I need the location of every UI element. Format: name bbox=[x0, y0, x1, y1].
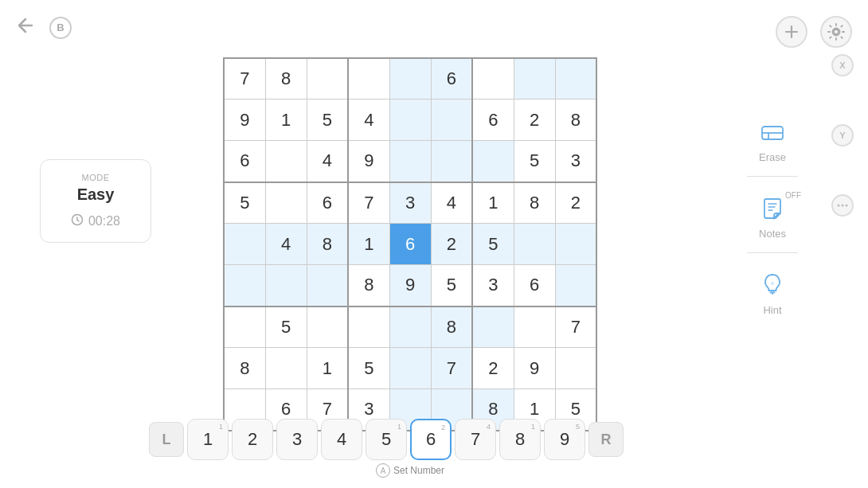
grid-cell[interactable]: 6 bbox=[514, 265, 555, 306]
grid-cell[interactable] bbox=[389, 100, 431, 141]
grid-cell[interactable]: 8 bbox=[555, 100, 596, 141]
grid-cell[interactable] bbox=[389, 141, 431, 182]
grid-cell[interactable]: 9 bbox=[389, 265, 431, 306]
grid-cell[interactable] bbox=[472, 141, 514, 182]
grid-cell[interactable]: 9 bbox=[224, 100, 265, 141]
back-button[interactable] bbox=[16, 16, 40, 39]
sudoku-grid: 7869154628649535673418248162589536587815… bbox=[223, 57, 597, 431]
grid-cell[interactable]: 4 bbox=[307, 141, 348, 182]
grid-cell[interactable] bbox=[224, 306, 265, 348]
grid-cell[interactable] bbox=[472, 58, 514, 100]
grid-cell[interactable] bbox=[265, 141, 307, 182]
grid-cell[interactable] bbox=[514, 58, 555, 100]
numpad-digit-4[interactable]: 4 bbox=[321, 419, 362, 460]
numpad-right-button[interactable]: R bbox=[588, 422, 624, 457]
grid-cell[interactable]: 7 bbox=[348, 182, 389, 224]
grid-cell[interactable] bbox=[265, 265, 307, 306]
notes-tool[interactable]: OFF Notes bbox=[741, 180, 804, 249]
hint-tool[interactable]: Hint bbox=[741, 256, 804, 326]
numpad: L112341526471859R bbox=[149, 419, 624, 460]
grid-cell[interactable]: 2 bbox=[555, 182, 596, 224]
grid-cell[interactable]: 6 bbox=[389, 224, 431, 265]
grid-cell[interactable]: 5 bbox=[307, 100, 348, 141]
grid-cell[interactable]: 2 bbox=[514, 100, 555, 141]
grid-cell[interactable] bbox=[431, 141, 472, 182]
x-controller-button[interactable]: X bbox=[831, 54, 854, 76]
grid-cell[interactable] bbox=[389, 306, 431, 348]
svg-point-7 bbox=[842, 205, 844, 207]
dots-controller-button[interactable] bbox=[831, 194, 854, 217]
grid-cell[interactable]: 5 bbox=[514, 141, 555, 182]
erase-tool[interactable]: Erase bbox=[741, 103, 804, 173]
numpad-digit-5[interactable]: 15 bbox=[366, 419, 407, 460]
grid-cell[interactable]: 6 bbox=[307, 182, 348, 224]
grid-cell[interactable]: 8 bbox=[307, 224, 348, 265]
grid-cell[interactable]: 9 bbox=[348, 141, 389, 182]
numpad-digit-6[interactable]: 26 bbox=[410, 419, 452, 460]
mode-label: MODE bbox=[53, 173, 138, 182]
grid-cell[interactable]: 2 bbox=[472, 348, 514, 389]
grid-cell[interactable]: 5 bbox=[431, 265, 472, 306]
grid-cell[interactable]: 6 bbox=[431, 58, 472, 100]
grid-cell[interactable]: 5 bbox=[472, 224, 514, 265]
grid-cell[interactable]: 5 bbox=[224, 182, 265, 224]
grid-cell[interactable] bbox=[307, 265, 348, 306]
grid-cell[interactable]: 4 bbox=[431, 182, 472, 224]
grid-cell[interactable]: 5 bbox=[348, 348, 389, 389]
grid-cell[interactable]: 6 bbox=[224, 141, 265, 182]
svg-point-6 bbox=[838, 205, 840, 207]
grid-cell[interactable]: 3 bbox=[389, 182, 431, 224]
grid-cell[interactable] bbox=[555, 58, 596, 100]
grid-cell[interactable]: 8 bbox=[265, 58, 307, 100]
grid-cell[interactable]: 8 bbox=[348, 265, 389, 306]
grid-cell[interactable]: 1 bbox=[307, 348, 348, 389]
grid-cell[interactable]: 1 bbox=[472, 182, 514, 224]
grid-cell[interactable] bbox=[224, 265, 265, 306]
grid-cell[interactable]: 7 bbox=[224, 58, 265, 100]
grid-cell[interactable]: 9 bbox=[514, 348, 555, 389]
numpad-digit-7[interactable]: 47 bbox=[455, 419, 496, 460]
grid-cell[interactable] bbox=[431, 100, 472, 141]
y-controller-button[interactable]: Y bbox=[831, 124, 854, 146]
grid-cell[interactable]: 3 bbox=[555, 141, 596, 182]
numpad-digit-1[interactable]: 11 bbox=[187, 419, 229, 460]
grid-cell[interactable]: 8 bbox=[514, 182, 555, 224]
grid-cell[interactable] bbox=[348, 58, 389, 100]
add-button[interactable] bbox=[776, 16, 807, 48]
numpad-digit-2[interactable]: 2 bbox=[232, 419, 273, 460]
settings-button[interactable] bbox=[820, 16, 852, 48]
grid-cell[interactable] bbox=[555, 265, 596, 306]
grid-cell[interactable]: 6 bbox=[472, 100, 514, 141]
grid-cell[interactable] bbox=[265, 348, 307, 389]
grid-cell[interactable] bbox=[348, 306, 389, 348]
numpad-digit-9[interactable]: 59 bbox=[544, 419, 585, 460]
grid-cell[interactable]: 8 bbox=[431, 306, 472, 348]
grid-cell[interactable]: 4 bbox=[348, 100, 389, 141]
notes-label: Notes bbox=[759, 228, 786, 240]
grid-cell[interactable]: 3 bbox=[472, 265, 514, 306]
grid-cell[interactable]: 5 bbox=[265, 306, 307, 348]
grid-cell[interactable]: 1 bbox=[265, 100, 307, 141]
grid-cell[interactable] bbox=[555, 224, 596, 265]
numpad-digit-3[interactable]: 3 bbox=[276, 419, 318, 460]
mode-value: Easy bbox=[53, 185, 138, 204]
grid-cell[interactable] bbox=[265, 182, 307, 224]
grid-cell[interactable]: 8 bbox=[224, 348, 265, 389]
grid-cell[interactable] bbox=[307, 58, 348, 100]
grid-cell[interactable]: 1 bbox=[348, 224, 389, 265]
grid-cell[interactable] bbox=[389, 348, 431, 389]
grid-cell[interactable]: 7 bbox=[555, 306, 596, 348]
grid-cell[interactable] bbox=[555, 348, 596, 389]
numpad-left-button[interactable]: L bbox=[149, 422, 184, 457]
numpad-digit-8[interactable]: 18 bbox=[499, 419, 541, 460]
grid-cell[interactable]: 7 bbox=[431, 348, 472, 389]
b-badge[interactable]: B bbox=[49, 17, 72, 39]
grid-cell[interactable] bbox=[224, 224, 265, 265]
grid-cell[interactable]: 4 bbox=[265, 224, 307, 265]
grid-cell[interactable] bbox=[514, 306, 555, 348]
grid-cell[interactable] bbox=[472, 306, 514, 348]
grid-cell[interactable] bbox=[389, 58, 431, 100]
grid-cell[interactable]: 2 bbox=[431, 224, 472, 265]
grid-cell[interactable] bbox=[514, 224, 555, 265]
grid-cell[interactable] bbox=[307, 306, 348, 348]
